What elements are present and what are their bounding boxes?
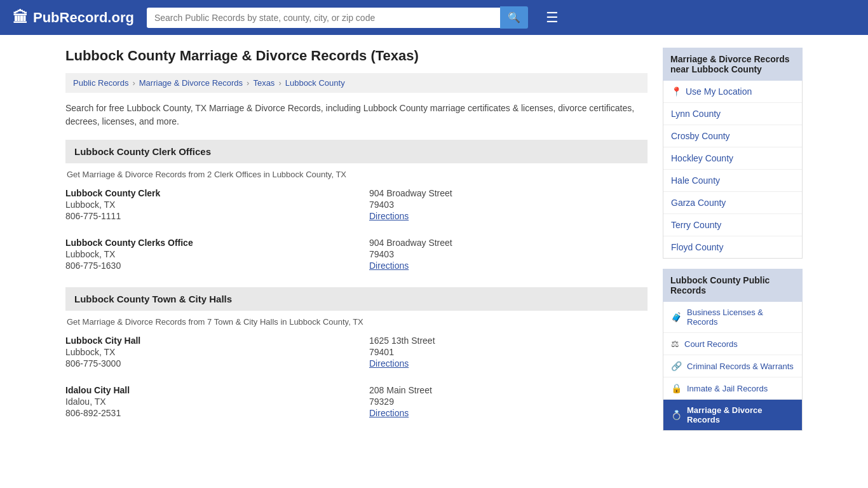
sidebar-item-hale[interactable]: Hale County: [663, 170, 802, 192]
sidebar-link-criminal[interactable]: Criminal Records & Warrants: [687, 362, 794, 371]
breadcrumb-link-lubbock[interactable]: Lubbock County: [285, 78, 345, 88]
sidebar-item-lynn[interactable]: Lynn County: [663, 103, 802, 125]
office-phone-cityhall-1: 806-775-3000: [65, 358, 344, 369]
office-address-cityhall-2: 208 Main Street: [369, 385, 648, 395]
sidebar-link-hockley[interactable]: Hockley County: [671, 153, 733, 163]
office-zip-clerk-1: 79403: [369, 200, 648, 210]
site-header: 🏛 PubRecord.org 🔍 ☰: [0, 0, 868, 35]
breadcrumb-sep-2: ›: [247, 78, 249, 88]
sidebar-link-crosby[interactable]: Crosby County: [671, 131, 730, 141]
directions-link-clerk-1[interactable]: Directions: [369, 211, 409, 221]
logo-text: PubRecord.org: [33, 10, 134, 26]
sidebar-link-floyd[interactable]: Floyd County: [671, 242, 723, 252]
sidebar-nearby-list: 📍 Use My Location Lynn County Crosby Cou…: [663, 81, 803, 259]
hamburger-button[interactable]: ☰: [541, 7, 564, 29]
office-phone-clerk-1: 806-775-1111: [65, 211, 344, 221]
office-zip-cityhall-2: 79329: [369, 396, 648, 407]
main-container: Lubbock County Marriage & Divorce Record…: [53, 35, 815, 447]
sidebar-link-marriage[interactable]: Marriage & Divorce Records: [687, 405, 794, 424]
search-bar: 🔍: [147, 6, 528, 29]
breadcrumb: Public Records › Marriage & Divorce Reco…: [65, 73, 648, 93]
office-city-clerk-1: Lubbock, TX: [65, 200, 344, 210]
sidebar-item-floyd[interactable]: Floyd County: [663, 236, 802, 258]
office-city-cityhall-1: Lubbock, TX: [65, 347, 344, 357]
marriage-icon: 💍: [671, 410, 682, 420]
sidebar-link-terry[interactable]: Terry County: [671, 220, 721, 230]
office-phone-cityhall-2: 806-892-2531: [65, 408, 344, 418]
sidebar-link-court[interactable]: Court Records: [684, 339, 738, 349]
logo-icon: 🏛: [13, 9, 28, 27]
office-zip-clerk-2: 79403: [369, 249, 648, 259]
office-name-clerk-2: Lubbock County Clerks Office: [65, 238, 344, 248]
office-entry-cityhall-1: Lubbock City Hall Lubbock, TX 806-775-30…: [65, 336, 648, 372]
sidebar-record-business[interactable]: 🧳 Business Licenses & Records: [663, 302, 802, 333]
directions-link-clerk-2[interactable]: Directions: [369, 261, 409, 271]
sidebar-item-crosby[interactable]: Crosby County: [663, 125, 802, 147]
criminal-icon: 🔗: [671, 361, 682, 371]
sidebar-link-garza[interactable]: Garza County: [671, 198, 726, 208]
sidebar-link-inmate[interactable]: Inmate & Jail Records: [687, 384, 768, 393]
sidebar-record-marriage[interactable]: 💍 Marriage & Divorce Records: [663, 400, 802, 430]
office-entry-clerk-2: Lubbock County Clerks Office Lubbock, TX…: [65, 238, 648, 274]
directions-link-cityhall-2[interactable]: Directions: [369, 408, 409, 418]
cityhall-section-desc: Get Marriage & Divorce Records from 7 To…: [65, 317, 648, 327]
search-input[interactable]: [147, 8, 500, 28]
office-entry-cityhall-2: Idalou City Hall Idalou, TX 806-892-2531…: [65, 385, 648, 422]
office-name-cityhall-2: Idalou City Hall: [65, 385, 344, 395]
sidebar: Marriage & Divorce Records near Lubbock …: [663, 48, 803, 435]
sidebar-link-lynn[interactable]: Lynn County: [671, 109, 721, 119]
sidebar-item-hockley[interactable]: Hockley County: [663, 147, 802, 170]
office-address-clerk-1: 904 Broadway Street: [369, 188, 648, 198]
office-zip-cityhall-1: 79401: [369, 347, 648, 357]
cityhall-section-header: Lubbock County Town & City Halls: [65, 287, 648, 311]
search-button[interactable]: 🔍: [500, 6, 528, 29]
sidebar-item-terry[interactable]: Terry County: [663, 214, 802, 236]
office-address-clerk-2: 904 Broadway Street: [369, 238, 648, 248]
office-phone-clerk-2: 806-775-1630: [65, 261, 344, 271]
office-name-cityhall-1: Lubbock City Hall: [65, 336, 344, 346]
office-entry-clerk-1: Lubbock County Clerk Lubbock, TX 806-775…: [65, 188, 648, 225]
sidebar-record-inmate[interactable]: 🔒 Inmate & Jail Records: [663, 377, 802, 400]
sidebar-nearby-header: Marriage & Divorce Records near Lubbock …: [663, 48, 803, 81]
office-city-cityhall-2: Idalou, TX: [65, 396, 344, 407]
breadcrumb-sep-3: ›: [278, 78, 281, 88]
sidebar-item-use-location[interactable]: 📍 Use My Location: [663, 81, 802, 103]
breadcrumb-link-texas[interactable]: Texas: [253, 78, 275, 88]
office-name-clerk-1: Lubbock County Clerk: [65, 188, 344, 198]
office-address-cityhall-1: 1625 13th Street: [369, 336, 648, 346]
court-icon: ⚖: [671, 339, 679, 349]
sidebar-record-court[interactable]: ⚖ Court Records: [663, 333, 802, 355]
clerk-section-header: Lubbock County Clerk Offices: [65, 140, 648, 163]
sidebar-public-records-header: Lubbock County Public Records: [663, 269, 803, 302]
content-area: Lubbock County Marriage & Divorce Record…: [65, 48, 648, 435]
sidebar-link-business[interactable]: Business Licenses & Records: [687, 308, 794, 327]
sidebar-records-list: 🧳 Business Licenses & Records ⚖ Court Re…: [663, 302, 803, 431]
sidebar-record-criminal[interactable]: 🔗 Criminal Records & Warrants: [663, 355, 802, 377]
business-icon: 🧳: [671, 312, 682, 322]
site-logo[interactable]: 🏛 PubRecord.org: [13, 9, 134, 27]
directions-link-cityhall-1[interactable]: Directions: [369, 358, 409, 369]
office-city-clerk-2: Lubbock, TX: [65, 249, 344, 259]
breadcrumb-link-marriage-records[interactable]: Marriage & Divorce Records: [139, 78, 243, 88]
sidebar-item-garza[interactable]: Garza County: [663, 192, 802, 214]
clerk-section-desc: Get Marriage & Divorce Records from 2 Cl…: [65, 170, 648, 179]
use-location-label: Use My Location: [686, 86, 752, 97]
sidebar-link-hale[interactable]: Hale County: [671, 175, 720, 186]
page-description: Search for free Lubbock County, TX Marri…: [65, 102, 648, 128]
breadcrumb-sep-1: ›: [132, 78, 135, 88]
breadcrumb-link-public-records[interactable]: Public Records: [73, 78, 128, 88]
location-icon: 📍: [671, 86, 682, 97]
inmate-icon: 🔒: [671, 383, 682, 393]
page-title: Lubbock County Marriage & Divorce Record…: [65, 48, 648, 64]
